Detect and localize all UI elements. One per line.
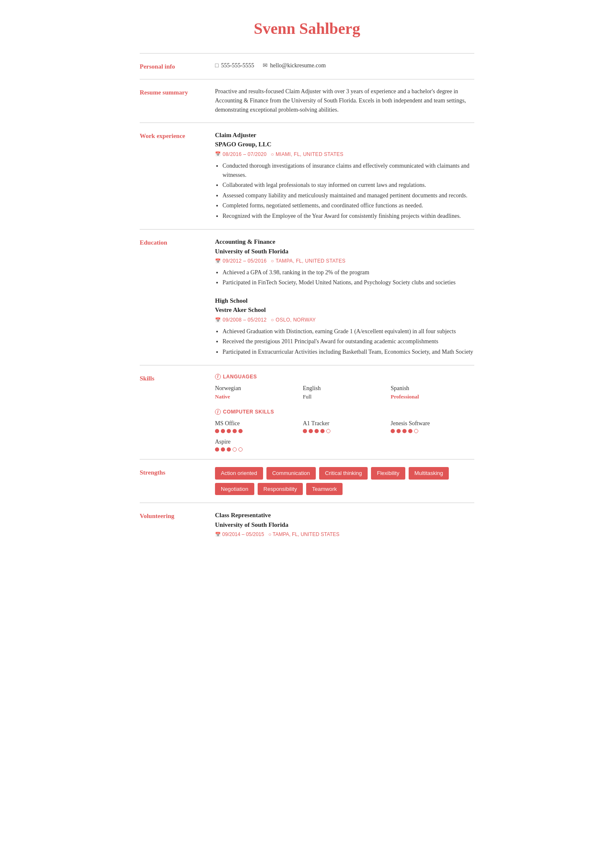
languages-grid: Norwegian Native English Full Spanish Pr… <box>215 384 474 401</box>
phone-icon: □ <box>215 61 218 70</box>
lang-name-1: English <box>303 384 386 393</box>
company-name-0: SPAGO Group, LLC <box>215 140 474 149</box>
strength-tag-2: Critical thinking <box>319 467 368 480</box>
computer-skills-label-text: COMPUTER SKILLS <box>223 408 274 416</box>
strengths-content: Action oriented Communication Critical t… <box>215 467 474 495</box>
volunteering-label: Volunteering <box>140 511 215 539</box>
volunteering-content: Class Representative University of South… <box>215 511 474 539</box>
lang-level-0: Native <box>215 393 299 401</box>
strength-tag-5: Negotiation <box>215 483 254 495</box>
location-icon-edu-0: ○ <box>271 257 274 265</box>
info-circle-comp: i <box>215 409 221 415</box>
vol-org: University of South Florida <box>215 520 474 530</box>
comp-name-3: Aspire <box>215 437 299 446</box>
education-content: Accounting & Finance University of South… <box>215 237 474 357</box>
vol-meta: 📅 09/2014 – 05/2015 ○ TAMPA, FL, UNITED … <box>215 531 474 538</box>
strengths-label: Strengths <box>140 467 215 495</box>
comp-name-1: A1 Tracker <box>303 419 386 428</box>
job-dates-0: 📅 08/2016 – 07/2020 <box>215 151 267 158</box>
comp-item-1: A1 Tracker <box>303 419 386 433</box>
dot <box>303 429 307 433</box>
calendar-icon-vol: 📅 <box>215 532 221 537</box>
bullet-item: Recognized with the Employee of the Year… <box>223 212 474 221</box>
edu-school-1: Vestre Aker School <box>215 305 474 315</box>
strength-tag-6: Responsibility <box>258 483 303 495</box>
comp-item-2: Jenesis Software <box>391 419 474 433</box>
skills-section: Skills i LANGUAGES Norwegian Native Engl… <box>140 365 474 460</box>
dot <box>408 429 412 433</box>
edu-location-0: ○ TAMPA, FL, UNITED STATES <box>271 257 346 265</box>
edu-degree-0: Accounting & Finance <box>215 237 474 247</box>
calendar-icon-edu-0: 📅 <box>215 258 221 265</box>
strength-tag-0: Action oriented <box>215 467 263 480</box>
comp-name-2: Jenesis Software <box>391 419 474 428</box>
resume-page: Svenn Sahlberg Personal info □ 555-555-5… <box>119 0 495 572</box>
bullet-item: Assessed company liability and meticulou… <box>223 191 474 200</box>
bullet-item: Participated in FinTech Society, Model U… <box>223 278 474 287</box>
lang-name-2: Spanish <box>391 384 474 393</box>
languages-sub-label: i LANGUAGES <box>215 373 474 380</box>
skills-label: Skills <box>140 373 215 452</box>
info-circle-lang: i <box>215 374 221 380</box>
computer-skills-sub-label: i COMPUTER SKILLS <box>215 408 474 416</box>
edu-degree-1: High School <box>215 296 474 306</box>
skills-content: i LANGUAGES Norwegian Native English Ful… <box>215 373 474 452</box>
vol-title: Class Representative <box>215 511 474 520</box>
languages-subsection: i LANGUAGES Norwegian Native English Ful… <box>215 373 474 401</box>
comp-name-0: MS Office <box>215 419 299 428</box>
lang-name-0: Norwegian <box>215 384 299 393</box>
dot <box>221 447 225 452</box>
resume-summary-content: Proactive and results-focused Claim Adju… <box>215 87 474 115</box>
candidate-name: Svenn Sahlberg <box>140 17 474 41</box>
location-icon-vol: ○ <box>268 531 271 537</box>
personal-info-label: Personal info <box>140 61 215 71</box>
email-icon: ✉ <box>263 61 268 70</box>
phone-item: □ 555-555-5555 <box>215 61 254 70</box>
personal-info-section: Personal info □ 555-555-5555 ✉ hello@kic… <box>140 53 474 79</box>
dot <box>320 429 325 433</box>
location-icon-0: ○ <box>271 151 274 158</box>
work-experience-section: Work experience Claim Adjuster SPAGO Gro… <box>140 123 474 229</box>
dot <box>391 429 395 433</box>
comp-dots-0 <box>215 429 299 433</box>
work-experience-content: Claim Adjuster SPAGO Group, LLC 📅 08/201… <box>215 130 474 222</box>
location-icon-edu-1: ○ <box>271 316 274 324</box>
bullet-item: Achieved Graduation with Distinction, ea… <box>223 327 474 336</box>
edu-dates-0: 📅 09/2012 – 05/2016 <box>215 257 267 265</box>
email-item: ✉ hello@kickresume.com <box>263 61 326 70</box>
comp-dots-1 <box>303 429 386 433</box>
resume-summary-label: Resume summary <box>140 87 215 115</box>
computer-skills-grid: MS Office A1 Tracker <box>215 419 474 452</box>
bullet-item: Participated in Extracurricular Activiti… <box>223 347 474 357</box>
lang-item-1: English Full <box>303 384 386 401</box>
education-section: Education Accounting & Finance Universit… <box>140 229 474 365</box>
strength-tag-7: Teamwork <box>306 483 343 495</box>
strength-tags-container: Action oriented Communication Critical t… <box>215 467 474 495</box>
summary-text: Proactive and results-focused Claim Adju… <box>215 87 474 115</box>
comp-dots-3 <box>215 447 299 452</box>
dot <box>309 429 313 433</box>
bullet-item: Achieved a GPA of 3.98, ranking in the t… <box>223 268 474 277</box>
dot <box>227 429 231 433</box>
bullet-item: Received the prestigious 2011 Principal'… <box>223 337 474 346</box>
work-experience-label: Work experience <box>140 130 215 222</box>
education-label: Education <box>140 237 215 357</box>
edu-bullets-0: Achieved a GPA of 3.98, ranking in the t… <box>215 268 474 288</box>
calendar-icon-0: 📅 <box>215 151 221 158</box>
dot <box>238 447 243 452</box>
dot <box>414 429 418 433</box>
comp-dots-2 <box>391 429 474 433</box>
dot <box>233 429 237 433</box>
job-location-0: ○ MIAMI, FL, UNITED STATES <box>271 151 344 158</box>
job-bullets-0: Conducted thorough investigations of ins… <box>215 161 474 221</box>
edu-dates-1: 📅 09/2008 – 05/2012 <box>215 316 267 324</box>
lang-level-2: Professional <box>391 393 474 401</box>
calendar-icon-edu-1: 📅 <box>215 317 221 324</box>
comp-item-0: MS Office <box>215 419 299 433</box>
strength-tag-3: Flexibility <box>371 467 405 480</box>
edu-meta-1: 📅 09/2008 – 05/2012 ○ OSLO, NORWAY <box>215 316 474 324</box>
volunteering-section: Volunteering Class Representative Univer… <box>140 503 474 547</box>
edu-block-1: High School Vestre Aker School 📅 09/2008… <box>215 296 474 357</box>
job-meta-0: 📅 08/2016 – 07/2020 ○ MIAMI, FL, UNITED … <box>215 151 474 158</box>
dot <box>233 447 237 452</box>
